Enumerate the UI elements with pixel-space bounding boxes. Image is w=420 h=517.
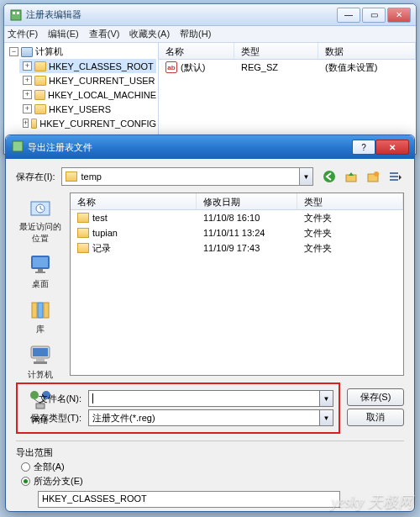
regedit-icon [9, 8, 23, 22]
folder-icon [77, 243, 89, 253]
chevron-down-icon[interactable]: ▼ [319, 391, 333, 406]
view-menu-button[interactable] [386, 167, 404, 186]
col-name[interactable]: 名称 [159, 43, 234, 59]
value-row-default[interactable]: ab(默认) REG_SZ (数值未设置) [159, 60, 416, 75]
scope-branch-radio[interactable]: 所选分支(E) [21, 475, 404, 488]
filename-label: 文件名(N): [23, 393, 81, 405]
registry-editor-window: 注册表编辑器 — ▭ ✕ 文件(F) 编辑(E) 查看(V) 收藏夹(A) 帮助… [3, 3, 417, 155]
expand-icon[interactable]: + [23, 119, 29, 128]
highlighted-inputs: 文件名(N): ▼ 保存类型(T): 注册文件(*.reg)▼ [16, 382, 340, 434]
folder-icon [34, 61, 46, 71]
menu-file[interactable]: 文件(F) [8, 28, 38, 40]
radio-icon [21, 462, 30, 472]
svg-rect-2 [17, 12, 19, 14]
menu-view[interactable]: 查看(V) [89, 28, 120, 40]
save-in-row: 保存在(I): temp ▼ [16, 167, 404, 186]
value-list-header[interactable]: 名称 类型 数据 [159, 43, 416, 60]
scope-title: 导出范围 [16, 446, 404, 459]
svg-rect-9 [390, 176, 398, 177]
places-bar: 最近访问的位置 桌面 库 计算机 网络 [16, 193, 65, 376]
expand-icon[interactable]: + [23, 76, 32, 85]
col-data[interactable]: 数据 [318, 43, 416, 59]
dialog-close-button[interactable]: ✕ [375, 140, 409, 155]
tree-node-hku[interactable]: +HKEY_USERS [19, 102, 156, 116]
filename-input[interactable]: ▼ [88, 390, 333, 407]
file-row[interactable]: test11/10/8 16:10文件夹 [71, 210, 403, 225]
dialog-titlebar[interactable]: 导出注册表文件 ? ✕ [6, 135, 414, 159]
tree-node-hklm[interactable]: +HKEY_LOCAL_MACHINE [19, 87, 156, 102]
svg-rect-3 [13, 141, 23, 151]
tree-node-hkcc[interactable]: +HKEY_CURRENT_CONFIG [19, 116, 156, 130]
menu-favorites[interactable]: 收藏夹(A) [129, 28, 170, 40]
svg-rect-21 [33, 348, 48, 356]
expand-icon[interactable]: + [23, 61, 32, 71]
folder-icon [31, 119, 37, 129]
file-row[interactable]: 记录11/10/9 17:43文件夹 [71, 240, 403, 256]
col-type[interactable]: 类型 [234, 43, 318, 59]
tree-node-hkcr[interactable]: +HKEY_CLASSES_ROOT [19, 59, 156, 73]
svg-rect-14 [33, 257, 48, 267]
svg-rect-18 [38, 303, 43, 318]
folder-icon [34, 104, 46, 114]
new-folder-button[interactable] [364, 167, 382, 186]
dialog-title: 导出注册表文件 [28, 141, 352, 154]
folder-icon [77, 213, 89, 223]
folder-icon [66, 171, 77, 182]
menu-help[interactable]: 帮助(H) [180, 28, 211, 40]
svg-point-4 [323, 171, 335, 182]
place-recent[interactable]: 最近访问的位置 [16, 194, 65, 245]
file-row[interactable]: tupian11/10/11 13:24文件夹 [71, 225, 403, 240]
chevron-down-icon[interactable]: ▼ [299, 168, 312, 185]
svg-point-7 [374, 171, 379, 177]
scope-all-radio[interactable]: 全部(A) [21, 461, 404, 473]
regedit-titlebar[interactable]: 注册表编辑器 — ▭ ✕ [4, 4, 416, 26]
export-scope-group: 导出范围 全部(A) 所选分支(E) HKEY_CLASSES_ROOT [16, 441, 404, 508]
folder-icon [34, 90, 45, 100]
place-libraries[interactable]: 库 [16, 297, 65, 335]
svg-rect-15 [38, 269, 43, 272]
regedit-menubar: 文件(F) 编辑(E) 查看(V) 收藏夹(A) 帮助(H) [4, 26, 416, 43]
save-in-combo[interactable]: temp ▼ [61, 167, 313, 186]
computer-icon [21, 47, 33, 57]
up-folder-button[interactable] [342, 167, 360, 186]
folder-icon [77, 228, 89, 238]
radio-icon [21, 477, 30, 486]
col-date[interactable]: 修改日期 [197, 193, 297, 209]
expand-icon[interactable]: + [23, 104, 32, 113]
regedit-title: 注册表编辑器 [26, 8, 337, 21]
collapse-icon[interactable]: − [9, 47, 18, 56]
chevron-down-icon[interactable]: ▼ [319, 410, 333, 425]
svg-rect-1 [13, 12, 15, 14]
regedit-icon [11, 140, 24, 155]
save-button[interactable]: 保存(S) [347, 388, 404, 406]
minimize-button[interactable]: — [337, 8, 360, 23]
svg-rect-16 [35, 272, 45, 273]
close-button[interactable]: ✕ [387, 8, 411, 23]
col-name[interactable]: 名称 [71, 193, 197, 209]
save-in-label: 保存在(I): [16, 171, 55, 183]
back-button[interactable] [320, 167, 339, 186]
branch-path-input[interactable]: HKEY_CLASSES_ROOT [38, 491, 340, 508]
menu-edit[interactable]: 编辑(E) [48, 28, 79, 40]
svg-rect-19 [44, 303, 49, 318]
svg-rect-17 [32, 303, 37, 318]
svg-rect-23 [34, 361, 47, 364]
svg-rect-5 [346, 175, 356, 182]
file-list[interactable]: 名称 修改日期 类型 test11/10/8 16:10文件夹 tupian11… [70, 193, 404, 376]
place-desktop[interactable]: 桌面 [16, 251, 65, 290]
export-dialog: 导出注册表文件 ? ✕ 保存在(I): temp ▼ 最近访问的位置 桌面 库 [5, 135, 415, 512]
maximize-button[interactable]: ▭ [362, 8, 386, 23]
col-type[interactable]: 类型 [297, 193, 403, 209]
dialog-help-button[interactable]: ? [352, 140, 375, 155]
svg-rect-10 [390, 179, 398, 181]
folder-icon [34, 76, 46, 86]
cancel-button[interactable]: 取消 [347, 409, 404, 426]
expand-icon[interactable]: + [23, 90, 32, 99]
filetype-combo[interactable]: 注册文件(*.reg)▼ [88, 409, 333, 426]
tree-root[interactable]: − 计算机 [6, 45, 156, 59]
tree-node-hkcu[interactable]: +HKEY_CURRENT_USER [19, 73, 156, 87]
filetype-label: 保存类型(T): [23, 412, 81, 425]
svg-rect-0 [11, 10, 21, 20]
svg-rect-22 [36, 358, 45, 361]
string-value-icon: ab [165, 61, 177, 73]
